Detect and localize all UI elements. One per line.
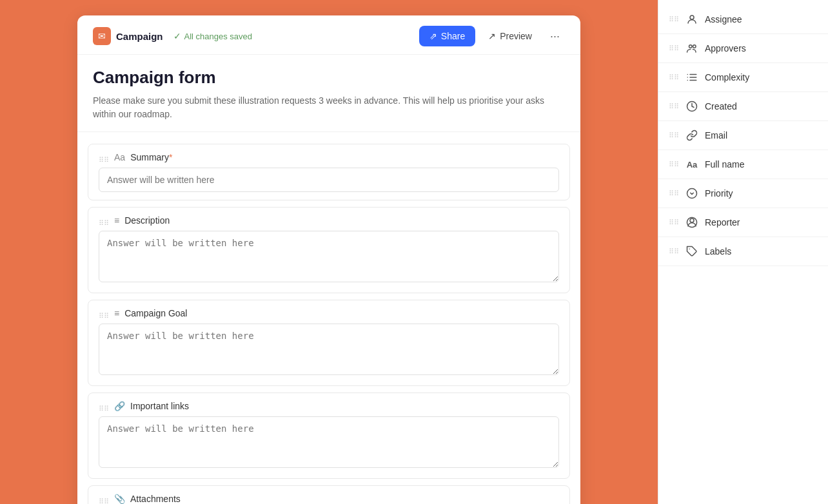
goal-drag-handle[interactable]: ⠿⠿ — [99, 312, 109, 320]
assignee-icon — [685, 13, 698, 26]
summary-type-icon: Aa — [114, 152, 125, 162]
description-input[interactable] — [99, 231, 559, 282]
attachments-drag-row: ⠿⠿ 📎 Attachments — [99, 494, 559, 504]
saved-status: ✓ All changes saved — [173, 31, 253, 41]
attachments-type-icon: 📎 — [114, 494, 125, 504]
full-name-drag: ⠿⠿ — [669, 160, 679, 169]
email-drag: ⠿⠿ — [669, 131, 679, 140]
saved-label: All changes saved — [184, 32, 253, 41]
description-drag-handle[interactable]: ⠿⠿ — [99, 219, 109, 228]
labels-label: Labels — [705, 246, 731, 257]
approvers-icon — [685, 42, 698, 55]
priority-icon — [685, 187, 698, 200]
complexity-icon — [685, 71, 698, 84]
field-important-links: ⠿⠿ 🔗 Important links — [88, 393, 570, 479]
summary-drag-handle[interactable]: ⠿⠿ — [99, 156, 109, 164]
svg-point-0 — [690, 15, 694, 19]
labels-icon — [685, 245, 698, 258]
form-logo: ✉ Campaign — [93, 27, 163, 45]
share-label: Share — [441, 31, 465, 41]
approvers-label: Approvers — [705, 43, 746, 53]
share-icon: ⇗ — [429, 31, 437, 41]
created-drag: ⠿⠿ — [669, 102, 679, 111]
svg-point-10 — [687, 189, 697, 199]
summary-input[interactable] — [99, 168, 559, 192]
form-header: ✉ Campaign ✓ All changes saved ⇗ Share ↗… — [77, 15, 580, 55]
attachments-label: Attachments — [130, 494, 181, 504]
svg-point-11 — [690, 218, 694, 222]
priority-label: Priority — [705, 188, 733, 199]
priority-drag: ⠿⠿ — [669, 189, 679, 198]
sidebar-item-email[interactable]: ⠿⠿ Email — [658, 121, 828, 150]
svg-point-1 — [689, 45, 693, 48]
reporter-icon — [685, 216, 698, 229]
summary-label: Summary* — [130, 152, 172, 162]
goal-type-icon: ≡ — [114, 308, 119, 318]
field-description: ⠿⠿ ≡ Description — [88, 207, 570, 293]
form-title-section: Campaign form Please make sure you submi… — [77, 55, 580, 132]
share-button[interactable]: ⇗ Share — [419, 26, 475, 46]
links-drag-handle[interactable]: ⠿⠿ — [99, 405, 109, 413]
summary-drag-row: ⠿⠿ Aa Summary* — [99, 152, 559, 168]
preview-label: Preview — [500, 31, 532, 41]
complexity-label: Complexity — [705, 72, 749, 82]
field-summary: ⠿⠿ Aa Summary* — [88, 144, 570, 200]
full-name-icon: Aa — [685, 158, 698, 171]
assignee-drag: ⠿⠿ — [669, 15, 679, 24]
approvers-drag: ⠿⠿ — [669, 44, 679, 53]
created-label: Created — [705, 101, 737, 111]
goal-field-header: ≡ Campaign Goal — [114, 308, 187, 318]
sidebar-item-priority[interactable]: ⠿⠿ Priority — [658, 179, 828, 208]
email-icon — [685, 129, 698, 142]
field-campaign-goal: ⠿⠿ ≡ Campaign Goal — [88, 300, 570, 386]
assignee-label: Assignee — [705, 14, 742, 24]
important-links-input[interactable] — [99, 416, 559, 468]
links-label: Important links — [130, 401, 189, 411]
links-type-icon: 🔗 — [114, 401, 125, 411]
more-icon: ··· — [550, 30, 560, 43]
description-drag-row: ⠿⠿ ≡ Description — [99, 215, 559, 231]
form-description: Please make sure you submit these illust… — [93, 94, 565, 121]
check-icon: ✓ — [173, 31, 181, 41]
form-main-title: Campaign form — [93, 68, 565, 88]
field-attachments: ⠿⠿ 📎 Attachments ⬆ Attachments will be u… — [88, 485, 570, 504]
full-name-label: Full name — [705, 159, 744, 170]
labels-drag: ⠿⠿ — [669, 247, 679, 256]
campaign-icon: ✉ — [93, 27, 111, 45]
more-button[interactable]: ··· — [545, 27, 565, 46]
sidebar-item-approvers[interactable]: ⠿⠿ Approvers — [658, 34, 828, 63]
sidebar-item-reporter[interactable]: ⠿⠿ Reporter — [658, 208, 828, 237]
attachments-drag-handle[interactable]: ⠿⠿ — [99, 498, 109, 505]
links-field-header: 🔗 Important links — [114, 401, 189, 411]
description-field-header: ≡ Description — [114, 215, 170, 226]
complexity-drag: ⠿⠿ — [669, 73, 679, 82]
preview-button[interactable]: ↗ Preview — [480, 26, 540, 46]
summary-field-header: Aa Summary* — [114, 152, 172, 162]
attachments-field-header: 📎 Attachments — [114, 494, 181, 504]
sidebar-item-assignee[interactable]: ⠿⠿ Assignee — [658, 5, 828, 34]
sidebar-item-created[interactable]: ⠿⠿ Created — [658, 92, 828, 121]
goal-drag-row: ⠿⠿ ≡ Campaign Goal — [99, 308, 559, 324]
form-body: ⠿⠿ Aa Summary* ⠿⠿ ≡ Description — [77, 132, 580, 504]
sidebar: ⠿⠿ Assignee ⠿⠿ Approvers ⠿⠿ Complexity ⠿… — [658, 0, 828, 504]
created-icon — [685, 100, 698, 113]
reporter-drag: ⠿⠿ — [669, 218, 679, 227]
sidebar-item-complexity[interactable]: ⠿⠿ Complexity — [658, 63, 828, 92]
description-label: Description — [124, 215, 170, 226]
svg-point-2 — [693, 45, 696, 48]
form-title-label: Campaign — [116, 31, 163, 42]
links-drag-row: ⠿⠿ 🔗 Important links — [99, 401, 559, 416]
sidebar-item-full-name[interactable]: ⠿⠿ Aa Full name — [658, 150, 828, 179]
form-container: ✉ Campaign ✓ All changes saved ⇗ Share ↗… — [77, 15, 580, 504]
main-content: ✉ Campaign ✓ All changes saved ⇗ Share ↗… — [0, 0, 658, 504]
required-mark: * — [169, 152, 172, 162]
description-type-icon: ≡ — [114, 215, 119, 226]
preview-icon: ↗ — [488, 31, 496, 41]
header-actions: ⇗ Share ↗ Preview ··· — [419, 26, 565, 46]
sidebar-item-labels[interactable]: ⠿⠿ Labels — [658, 237, 828, 266]
email-label: Email — [705, 130, 727, 141]
goal-label: Campaign Goal — [124, 308, 187, 318]
campaign-goal-input[interactable] — [99, 324, 559, 375]
reporter-label: Reporter — [705, 217, 740, 228]
